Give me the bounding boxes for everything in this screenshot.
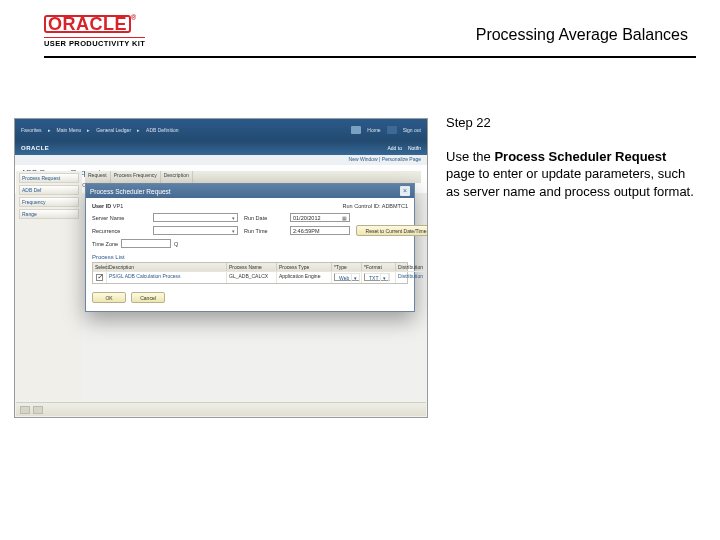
modal-title: Process Scheduler Request xyxy=(90,188,171,195)
step-label: Step 22 xyxy=(446,114,696,132)
table-row: PS/GL ADB Calculation Process GL_ADB_CAL… xyxy=(93,271,407,283)
server-select: ▾ xyxy=(153,213,238,222)
timezone-input xyxy=(121,239,171,248)
subbrand-label: USER PRODUCTIVITY KIT xyxy=(44,37,145,48)
page-header: ORACLE® USER PRODUCTIVITY KIT Processing… xyxy=(44,14,696,58)
instruction-text: Use the Process Scheduler Request page t… xyxy=(446,148,696,201)
page-title: Processing Average Balances xyxy=(476,26,696,44)
mini-sublinks: New Window | Personalize Page xyxy=(15,155,427,165)
process-list-table: Select Description Process Name Process … xyxy=(92,262,408,284)
process-list-label: Process List xyxy=(92,254,125,260)
rundate-field: 01/20/2012▦ xyxy=(290,213,350,222)
mini-brandbar: ORACLE Add toNotifn xyxy=(15,141,427,155)
instruction-panel: Step 22 Use the Process Scheduler Reques… xyxy=(446,118,696,418)
recurrence-select: ▾ xyxy=(153,226,238,235)
mini-sidebar: Process Request ADB Def Frequency Range xyxy=(16,171,82,399)
process-scheduler-modal: Process Scheduler Request × User ID VP1 … xyxy=(85,183,415,312)
mini-gridheader: Request Process Frequency Description xyxy=(85,171,421,183)
search-icon: Q xyxy=(174,241,178,247)
runtime-field: 2:46:59PM xyxy=(290,226,350,235)
oracle-logo: ORACLE® xyxy=(44,14,145,35)
screenshot-thumbnail: Favorites ▸ Main Menu ▸ General Ledger ▸… xyxy=(14,118,428,418)
brand-block: ORACLE® USER PRODUCTIVITY KIT xyxy=(44,14,145,48)
ok-button: OK xyxy=(92,292,126,303)
cancel-button: Cancel xyxy=(131,292,165,303)
close-icon: × xyxy=(400,186,410,196)
reset-datetime-button: Reset to Current Date/Time xyxy=(356,225,428,236)
mini-topbar: Favorites ▸ Main Menu ▸ General Ledger ▸… xyxy=(15,119,427,141)
checkbox-icon xyxy=(96,274,103,281)
mini-statusbar xyxy=(16,402,426,416)
flag-icon xyxy=(387,126,397,134)
flag-icon xyxy=(351,126,361,134)
